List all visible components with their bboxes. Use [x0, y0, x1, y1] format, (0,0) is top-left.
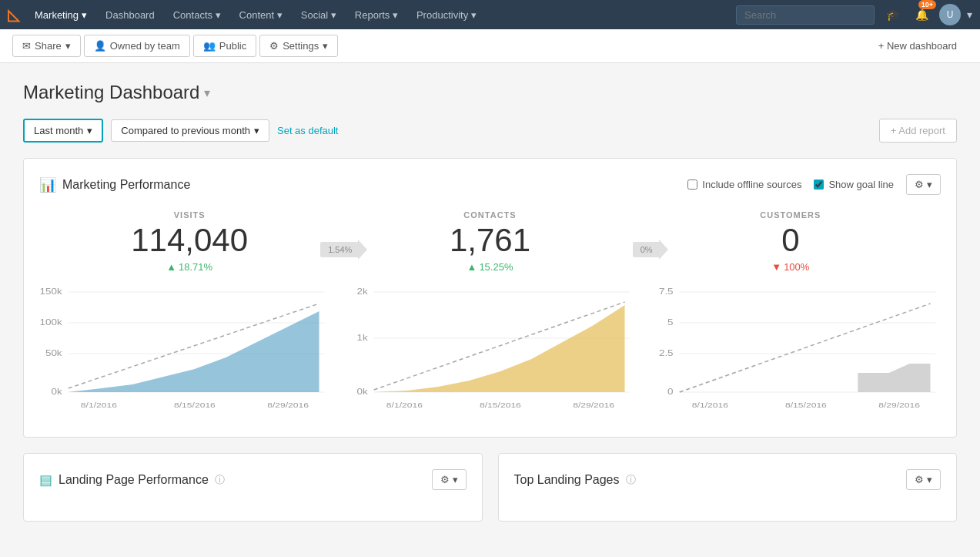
landing-page-gear-button[interactable]: ⚙ ▾	[432, 469, 467, 490]
landing-page-info-icon[interactable]: ⓘ	[215, 473, 225, 487]
charts-row: 150k 100k 50k 0k 8/1/2016 8/15/2016	[39, 280, 941, 421]
filter-bar: Last month ▾ Compared to previous month …	[23, 119, 957, 143]
metrics-row: VISITS 114,040 ▲ 18.71% 1.54% CONTACTS 1…	[39, 210, 941, 273]
avatar-dropdown-arrow[interactable]: ▾	[967, 8, 972, 21]
notifications-btn[interactable]: 🔔 10+	[910, 3, 933, 26]
svg-marker-32	[680, 364, 931, 392]
academy-icon-btn[interactable]: 🎓	[881, 3, 904, 26]
top-landing-pages-gear-button[interactable]: ⚙ ▾	[906, 469, 941, 490]
nav-item-content[interactable]: Content ▾	[230, 0, 292, 29]
svg-text:8/1/2016: 8/1/2016	[386, 401, 423, 409]
svg-text:7.5: 7.5	[659, 287, 674, 297]
customers-chart: 7.5 5 2.5 0 8/1/2016 8/15/2016 8/29/2016	[651, 280, 941, 421]
set-default-link[interactable]: Set as default	[277, 125, 339, 136]
share-button[interactable]: ✉ Share ▾	[12, 35, 81, 57]
customers-metric: CUSTOMERS 0 ▼ 100%	[641, 210, 941, 273]
nav-item-social[interactable]: Social ▾	[292, 0, 346, 29]
svg-text:8/15/2016: 8/15/2016	[174, 401, 216, 409]
card-controls: Include offline sources Show goal line ⚙…	[687, 174, 941, 195]
top-landing-pages-header: Top Landing Pages ⓘ ⚙ ▾	[514, 469, 942, 490]
gear-icon: ⚙	[440, 474, 450, 485]
visits-chart: 150k 100k 50k 0k 8/1/2016 8/15/2016	[39, 280, 329, 421]
svg-text:2k: 2k	[356, 287, 367, 297]
svg-text:8/29/2016: 8/29/2016	[267, 401, 309, 409]
down-arrow-icon: ▼	[771, 261, 781, 273]
nav-item-reports[interactable]: Reports ▾	[346, 0, 407, 29]
svg-text:2.5: 2.5	[659, 349, 674, 358]
avatar[interactable]: U	[939, 4, 961, 25]
include-offline-label[interactable]: Include offline sources	[687, 179, 801, 190]
last-month-dropdown-arrow: ▾	[87, 125, 92, 136]
graduation-cap-icon: 🎓	[886, 8, 899, 21]
sub-nav: ✉ Share ▾ 👤 Owned by team 👥 Public ⚙ Set…	[0, 29, 980, 63]
svg-marker-8	[69, 311, 319, 392]
share-icon: ✉	[22, 40, 31, 52]
gear-dropdown-arrow: ▾	[927, 474, 932, 485]
svg-text:8/29/2016: 8/29/2016	[878, 401, 920, 409]
owned-by-team-button[interactable]: 👤 Owned by team	[84, 35, 190, 57]
svg-text:50k: 50k	[45, 349, 62, 358]
show-goal-checkbox[interactable]	[814, 180, 824, 190]
nav-items: Dashboard Contacts ▾ Content ▾ Social ▾ …	[96, 0, 736, 29]
svg-text:5: 5	[667, 318, 674, 327]
top-landing-pages-title: Top Landing Pages ⓘ	[514, 473, 636, 487]
last-month-button[interactable]: Last month ▾	[23, 119, 103, 143]
svg-text:1k: 1k	[356, 334, 367, 343]
customers-change: ▼ 100%	[648, 261, 933, 273]
nav-item-contacts[interactable]: Contacts ▾	[164, 0, 230, 29]
svg-text:8/29/2016: 8/29/2016	[573, 401, 614, 409]
visits-change: ▲ 18.71%	[47, 261, 332, 273]
landing-page-header: ▤ Landing Page Performance ⓘ ⚙ ▾	[39, 469, 467, 490]
contacts-chart: 2k 1k 0k 8/1/2016 8/15/2016 8/29/2016	[345, 280, 635, 421]
gear-icon: ⚙	[915, 474, 924, 485]
search-input[interactable]	[736, 5, 875, 25]
svg-text:8/1/2016: 8/1/2016	[692, 401, 728, 409]
settings-button[interactable]: ⚙ Settings ▾	[259, 35, 338, 57]
svg-text:0k: 0k	[51, 388, 62, 397]
conversion-rate-1-badge: 1.54%	[320, 240, 367, 260]
person-icon: 👤	[94, 40, 106, 52]
conversion-rate-2-badge: 0%	[633, 240, 668, 260]
visits-chart-svg: 150k 100k 50k 0k 8/1/2016 8/15/2016	[39, 280, 329, 419]
nav-item-dashboard[interactable]: Dashboard	[96, 0, 164, 29]
gear-icon: ⚙	[915, 179, 924, 190]
new-dashboard-button[interactable]: + New dashboard	[868, 35, 968, 57]
page-content: Marketing Dashboard ▾ Last month ▾ Compa…	[0, 63, 980, 557]
include-offline-checkbox[interactable]	[687, 180, 697, 190]
visits-metric: VISITS 114,040 ▲ 18.71% 1.54%	[39, 210, 339, 273]
top-landing-pages-info-icon[interactable]: ⓘ	[626, 473, 636, 487]
gear-dropdown-arrow: ▾	[453, 474, 458, 485]
svg-marker-19	[374, 305, 625, 392]
nav-right: 🎓 🔔 10+ U ▾	[736, 3, 972, 26]
add-report-button[interactable]: + Add report	[879, 119, 957, 143]
bottom-cards: ▤ Landing Page Performance ⓘ ⚙ ▾ Top Lan…	[23, 453, 957, 522]
compared-button[interactable]: Compared to previous month ▾	[111, 119, 269, 142]
bell-icon: 🔔	[915, 8, 928, 21]
contacts-chart-svg: 2k 1k 0k 8/1/2016 8/15/2016 8/29/2016	[345, 280, 635, 419]
public-button[interactable]: 👥 Public	[193, 35, 256, 57]
gear-dropdown-arrow: ▾	[927, 179, 932, 190]
svg-text:8/1/2016: 8/1/2016	[81, 401, 117, 409]
top-landing-pages-card: Top Landing Pages ⓘ ⚙ ▾	[498, 453, 958, 522]
card-title: 📊 Marketing Performance	[39, 176, 190, 193]
marketing-performance-card: 📊 Marketing Performance Include offline …	[23, 158, 957, 438]
landing-page-title: ▤ Landing Page Performance ⓘ	[39, 471, 225, 488]
notifications-badge: 10+	[918, 0, 936, 9]
settings-dropdown-arrow: ▾	[323, 40, 328, 52]
people-icon: 👥	[203, 40, 216, 52]
svg-text:0k: 0k	[356, 388, 367, 397]
svg-text:150k: 150k	[39, 287, 62, 297]
bar-chart-icon: 📊	[39, 176, 56, 193]
svg-text:8/15/2016: 8/15/2016	[480, 401, 521, 409]
svg-text:0: 0	[667, 388, 674, 397]
contacts-change: ▲ 15.25%	[347, 261, 632, 273]
card-gear-button[interactable]: ⚙ ▾	[906, 174, 941, 195]
show-goal-label[interactable]: Show goal line	[814, 179, 894, 190]
customers-chart-svg: 7.5 5 2.5 0 8/1/2016 8/15/2016 8/29/2016	[651, 280, 941, 419]
nav-item-productivity[interactable]: Productivity ▾	[407, 0, 486, 29]
landing-page-icon: ▤	[39, 471, 52, 488]
up-arrow-icon: ▲	[166, 261, 176, 273]
nav-item-marketing[interactable]: Marketing ▾	[25, 0, 96, 29]
landing-page-performance-card: ▤ Landing Page Performance ⓘ ⚙ ▾	[23, 453, 483, 522]
page-title-dropdown-arrow[interactable]: ▾	[204, 86, 210, 100]
